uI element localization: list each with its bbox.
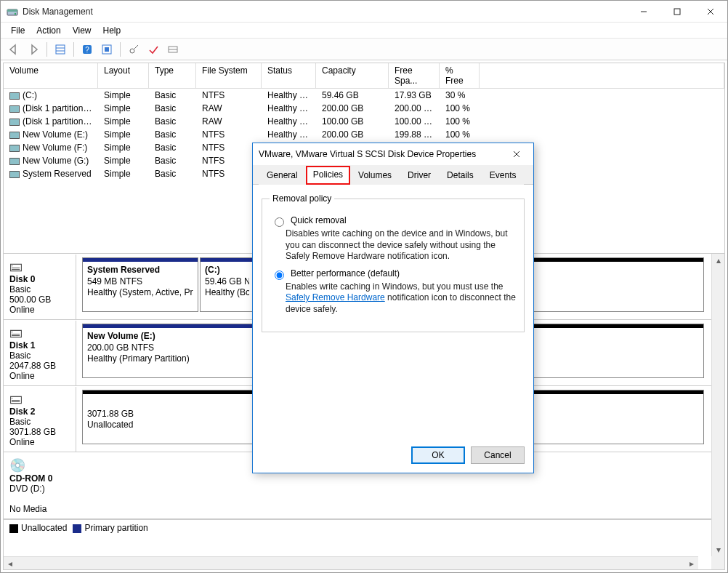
volume-icon xyxy=(9,158,20,165)
disk-1-type: Basic xyxy=(9,350,31,361)
disk-0-partition-sysreserved[interactable]: System Reserved549 MB NTFSHealthy (Syste… xyxy=(82,257,198,312)
col-type[interactable]: Type xyxy=(149,63,196,88)
titlebar: Disk Management xyxy=(1,1,727,23)
disk-0-size: 500.00 GB xyxy=(9,294,51,305)
dialog-title: VMware, VMware Virtual S SCSI Disk Devic… xyxy=(259,149,506,159)
vertical-scrollbar[interactable]: ▴ ▾ xyxy=(711,254,724,556)
dialog-close-button[interactable] xyxy=(506,145,527,164)
ok-button[interactable]: OK xyxy=(411,446,465,464)
scroll-corner xyxy=(711,556,724,569)
menu-action[interactable]: Action xyxy=(32,24,65,37)
action2-button[interactable] xyxy=(145,41,162,57)
volume-icon xyxy=(9,119,20,126)
disk-0-partition-c[interactable]: (C:)59.46 GB NTFHealthy (Bo xyxy=(200,257,254,312)
forward-button[interactable] xyxy=(25,41,42,57)
svg-line-15 xyxy=(134,45,138,49)
svg-point-14 xyxy=(130,49,134,53)
cdrom-type: DVD (D:) xyxy=(9,484,45,494)
disk-0-label: 🖴 Disk 0 Basic 500.00 GB Online xyxy=(4,255,76,319)
settings-button[interactable] xyxy=(98,41,116,57)
action1-button[interactable] xyxy=(125,41,142,57)
svg-rect-4 xyxy=(674,9,680,15)
tab-general[interactable]: General xyxy=(259,166,306,185)
volume-icon xyxy=(9,105,20,113)
tab-details[interactable]: Details xyxy=(439,166,482,185)
action3-button[interactable] xyxy=(164,41,182,57)
volume-row[interactable]: New Volume (E:)SimpleBasicNTFSHealthy (P… xyxy=(4,128,724,141)
disk-0-type: Basic xyxy=(9,284,31,294)
col-freespace[interactable]: Free Spa... xyxy=(389,63,440,88)
disk-icon: 🖴 xyxy=(9,259,70,274)
svg-rect-1 xyxy=(7,9,17,12)
back-button[interactable] xyxy=(5,41,23,57)
disk-1-state: Online xyxy=(9,371,35,381)
disk-2-size: 3071.88 GB xyxy=(9,427,56,437)
minimize-button[interactable] xyxy=(627,1,660,23)
menu-file[interactable]: File xyxy=(7,24,29,37)
volume-row[interactable]: (Disk 1 partition 3)SimpleBasicRAWHealth… xyxy=(4,102,724,115)
disk-1-partition-e[interactable]: New Volume (E:)200.00 GB NTFSHealthy (Pr… xyxy=(82,324,253,378)
col-status[interactable]: Status xyxy=(262,63,316,88)
quick-removal-desc: Disables write caching on the device and… xyxy=(286,228,517,263)
horizontal-scrollbar[interactable]: ◂ ▸ xyxy=(4,556,698,569)
main-window: Disk Management File Action View Help ? … xyxy=(0,0,728,573)
removal-policy-group: Removal policy Quick removal Disables wr… xyxy=(262,193,525,332)
radio-better-input[interactable] xyxy=(275,271,284,280)
volume-row[interactable]: (C:)SimpleBasicNTFSHealthy (B...59.46 GB… xyxy=(4,89,724,102)
disk-1-size: 2047.88 GB xyxy=(9,361,56,371)
disk-1-name: Disk 1 xyxy=(9,340,35,350)
dialog-body: Removal policy Quick removal Disables wr… xyxy=(253,185,533,439)
view-list-button[interactable] xyxy=(52,41,69,57)
volume-icon xyxy=(9,92,20,100)
maximize-button[interactable] xyxy=(660,1,694,23)
scroll-down-arrow[interactable]: ▾ xyxy=(712,543,724,556)
radio-better-performance[interactable]: Better performance (default) xyxy=(271,268,515,280)
radio-quick-label: Quick removal xyxy=(291,215,347,225)
menubar: File Action View Help xyxy=(1,23,727,39)
close-button[interactable] xyxy=(694,1,727,23)
menu-view[interactable]: View xyxy=(68,24,96,37)
scroll-left-arrow[interactable]: ◂ xyxy=(4,557,17,569)
tab-driver[interactable]: Driver xyxy=(400,166,439,185)
volume-header: Volume Layout Type File System Status Ca… xyxy=(4,63,724,89)
tab-events[interactable]: Events xyxy=(482,166,525,185)
dialog-titlebar: VMware, VMware Virtual S SCSI Disk Devic… xyxy=(253,143,533,165)
disk-0-state: Online xyxy=(9,305,35,315)
col-layout[interactable]: Layout xyxy=(98,63,149,88)
disk-0-name: Disk 0 xyxy=(9,274,35,284)
disk-2-type: Basic xyxy=(9,417,31,427)
radio-quick-input[interactable] xyxy=(275,217,284,227)
svg-rect-13 xyxy=(105,47,109,52)
disk-icon: 🖴 xyxy=(9,325,70,340)
legend: Unallocated Primary partition xyxy=(4,519,711,536)
disk-icon: 🖴 xyxy=(9,391,70,406)
dialog-buttons: OK Cancel xyxy=(253,439,533,473)
menu-help[interactable]: Help xyxy=(99,24,126,37)
tab-volumes[interactable]: Volumes xyxy=(350,166,400,185)
col-filesystem[interactable]: File System xyxy=(196,63,262,88)
col-capacity[interactable]: Capacity xyxy=(316,63,389,88)
cancel-button[interactable]: Cancel xyxy=(471,446,525,464)
volume-icon xyxy=(9,171,20,178)
volume-icon xyxy=(9,132,20,139)
svg-point-2 xyxy=(15,12,16,14)
cdrom-name: CD-ROM 0 xyxy=(9,473,52,484)
scroll-up-arrow[interactable]: ▴ xyxy=(712,254,724,267)
legend-primary: Primary partition xyxy=(73,523,147,533)
volume-icon xyxy=(9,145,20,152)
safely-remove-link[interactable]: Safely Remove Hardware xyxy=(286,292,385,302)
radio-quick-removal[interactable]: Quick removal xyxy=(271,215,515,227)
radio-better-label: Better performance (default) xyxy=(291,268,400,279)
disk-2-name: Disk 2 xyxy=(9,406,35,417)
scroll-right-arrow[interactable]: ▸ xyxy=(685,557,698,569)
volume-row[interactable]: (Disk 1 partition 3)SimpleBasicRAWHealth… xyxy=(4,115,724,128)
tab-policies[interactable]: Policies xyxy=(306,166,350,185)
disk-2-state: Online xyxy=(9,437,35,447)
help-button[interactable]: ? xyxy=(78,41,96,57)
svg-text:?: ? xyxy=(85,46,89,54)
col-volume[interactable]: Volume xyxy=(4,63,98,88)
col-pctfree[interactable]: % Free xyxy=(440,63,480,88)
col-spacer xyxy=(480,63,724,88)
disk-1-label: 🖴 Disk 1 Basic 2047.88 GB Online xyxy=(4,321,76,385)
legend-unalloc: Unallocated xyxy=(9,523,67,533)
